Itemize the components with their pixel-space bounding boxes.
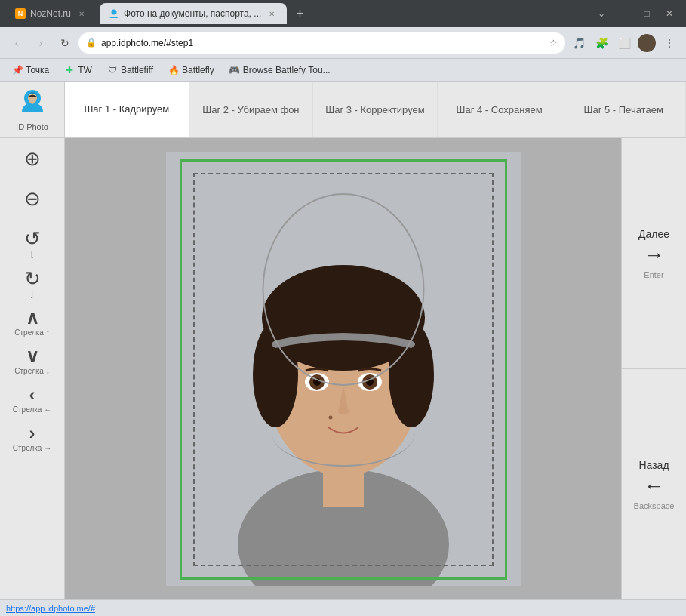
step-2-tab[interactable]: Шаг 2 - Убираем фон — [189, 82, 314, 137]
bookmark-battlefiff-icon: 🛡 — [107, 65, 118, 75]
bookmark-battlefly-icon: 🔥 — [168, 65, 179, 75]
photo-background — [166, 152, 521, 586]
bookmark-tw-label: TW — [78, 65, 92, 75]
back-arrow-icon: ← — [644, 474, 665, 498]
app-logo: ID Photo — [0, 82, 65, 137]
svg-point-17 — [328, 416, 332, 420]
next-label: Далее — [638, 228, 669, 240]
bookmark-battlefly-label: Battlefly — [182, 65, 214, 75]
back-key-hint: Backspace — [634, 501, 675, 510]
tab-idphoto-close[interactable]: ✕ — [266, 8, 278, 20]
step-1-label: Шаг 1 - Кадрируем — [84, 103, 169, 115]
address-bar[interactable]: 🔒 app.idphoto.me/#step1 ☆ — [78, 32, 565, 54]
arrow-down-button[interactable]: ∨ Стрелка ↓ — [6, 343, 59, 380]
url-text: app.idphoto.me/#step1 — [101, 38, 545, 48]
arrow-right-label: Стрелка → — [13, 444, 51, 452]
zoom-out-icon: ⊖ — [24, 189, 41, 208]
zoom-out-button[interactable]: ⊖ − — [6, 184, 59, 223]
star-icon: ☆ — [549, 38, 558, 48]
bookmark-battlefy-tour[interactable]: 🎮 Browse Battlefy Tou... — [223, 63, 337, 77]
zoom-in-icon: ⊕ — [24, 149, 41, 168]
arrow-right-button[interactable]: › Стрелка → — [6, 420, 59, 457]
rotate-right-icon: ↻ — [24, 269, 41, 288]
id-photo-logo-icon — [16, 88, 49, 121]
dropdown-button[interactable]: ⌄ — [591, 3, 612, 24]
arrow-down-label: Стрелка ↓ — [14, 367, 49, 375]
zoom-in-button[interactable]: ⊕ + — [6, 144, 59, 183]
close-button[interactable]: ✕ — [659, 3, 680, 24]
arrow-left-icon: ‹ — [29, 386, 35, 404]
arrow-up-label: Стрелка ↑ — [14, 328, 49, 337]
music-extension-icon[interactable]: 🎵 — [568, 32, 589, 54]
tab-noznet[interactable]: N NozNet.ru ✕ — [6, 3, 97, 24]
profile-button[interactable] — [636, 32, 657, 54]
edit-area — [65, 138, 621, 599]
rotate-left-label: [ — [31, 250, 33, 258]
back-nav-button[interactable]: ‹ — [6, 32, 27, 54]
bookmark-battlefiff-label: Battlefiff — [121, 65, 153, 75]
bookmark-tw[interactable]: ✚ TW — [58, 63, 98, 77]
menu-button[interactable]: ⋮ — [659, 32, 680, 54]
status-bar: https://app.idphoto.me/# — [0, 599, 686, 616]
photo-container — [166, 152, 521, 586]
new-tab-button[interactable]: + — [290, 6, 310, 22]
bookmark-battlefly[interactable]: 🔥 Battlefly — [162, 63, 220, 77]
nav-icons: 🎵 🧩 ⬜ ⋮ — [568, 32, 680, 54]
arrow-up-button[interactable]: ∧ Стрелка ↑ — [6, 304, 59, 341]
main-content: ⊕ + ⊖ − ↺ [ ↻ ] ∧ Стрелка ↑ — [0, 138, 686, 599]
zoom-out-label: − — [30, 210, 35, 218]
reload-button[interactable]: ↻ — [54, 32, 75, 54]
step-4-tab[interactable]: Шаг 4 - Сохраняем — [438, 82, 562, 137]
person-photo-svg — [166, 152, 521, 586]
cast-icon[interactable]: ⬜ — [614, 32, 635, 54]
step-3-tab[interactable]: Шаг 3 - Корректируем — [313, 82, 438, 137]
bookmarks-bar: 📌 Точка ✚ TW 🛡 Battlefiff 🔥 Battlefly 🎮 … — [0, 59, 686, 82]
nav-bar: ‹ › ↻ 🔒 app.idphoto.me/#step1 ☆ 🎵 🧩 ⬜ ⋮ — [0, 27, 686, 59]
rotate-right-button[interactable]: ↻ ] — [6, 264, 59, 303]
svg-point-16 — [366, 378, 374, 386]
rotate-right-label: ] — [31, 290, 33, 298]
noznet-tab-icon: N — [15, 8, 26, 19]
app-logo-text: ID Photo — [16, 122, 48, 131]
left-toolbar: ⊕ + ⊖ − ↺ [ ↻ ] ∧ Стрелка ↑ — [0, 138, 65, 599]
bookmark-battlefy-label: Browse Battlefy Tou... — [243, 65, 331, 75]
step-3-label: Шаг 3 - Корректируем — [325, 104, 424, 116]
back-button[interactable]: Назад ← Backspace — [622, 369, 686, 599]
chrome-window: N NozNet.ru ✕ Фото на документы, паспорт… — [0, 0, 686, 616]
arrow-left-button[interactable]: ‹ Стрелка ← — [6, 381, 59, 418]
window-controls: ⌄ — □ ✕ — [591, 3, 680, 24]
app-header: ID Photo Шаг 1 - Кадрируем Шаг 2 - Убира… — [0, 82, 686, 138]
rotate-left-icon: ↺ — [24, 229, 41, 248]
status-url[interactable]: https://app.idphoto.me/# — [6, 604, 95, 613]
next-arrow-icon: → — [644, 243, 665, 267]
arrow-left-label: Стрелка ← — [13, 405, 51, 414]
bookmark-tochka-icon: 📌 — [12, 65, 23, 75]
bookmark-tochka[interactable]: 📌 Точка — [6, 63, 55, 77]
profile-avatar — [638, 34, 656, 52]
step-1-tab[interactable]: Шаг 1 - Кадрируем — [65, 82, 189, 137]
step-5-label: Шаг 5 - Печатаем — [583, 104, 663, 116]
bookmark-battlefiff[interactable]: 🛡 Battlefiff — [101, 63, 159, 77]
forward-nav-button[interactable]: › — [30, 32, 51, 54]
next-button[interactable]: Далее → Enter — [622, 138, 686, 368]
svg-point-0 — [112, 10, 117, 15]
bookmark-battlefy-icon: 🎮 — [229, 65, 240, 75]
step-5-tab[interactable]: Шаг 5 - Печатаем — [561, 82, 686, 137]
bookmark-tochka-label: Точка — [26, 65, 49, 75]
next-key-hint: Enter — [644, 270, 663, 279]
maximize-button[interactable]: □ — [636, 3, 657, 24]
zoom-in-label: + — [30, 170, 35, 178]
back-label: Назад — [638, 459, 669, 471]
rotate-left-button[interactable]: ↺ [ — [6, 224, 59, 263]
app-container: ID Photo Шаг 1 - Кадрируем Шаг 2 - Убира… — [0, 82, 686, 599]
right-panel: Далее → Enter Назад ← Backspace — [621, 138, 686, 599]
lock-icon: 🔒 — [86, 38, 97, 48]
tab-idphoto[interactable]: Фото на документы, паспорта, ... ✕ — [100, 3, 287, 24]
tab-noznet-close[interactable]: ✕ — [75, 8, 88, 20]
minimize-button[interactable]: — — [614, 3, 635, 24]
arrow-down-icon: ∨ — [26, 347, 39, 365]
tab-idphoto-label: Фото на документы, паспорта, ... — [124, 8, 261, 19]
puzzle-extension-icon[interactable]: 🧩 — [591, 32, 612, 54]
step-4-label: Шаг 4 - Сохраняем — [457, 104, 543, 116]
step-2-label: Шаг 2 - Убираем фон — [202, 104, 299, 116]
